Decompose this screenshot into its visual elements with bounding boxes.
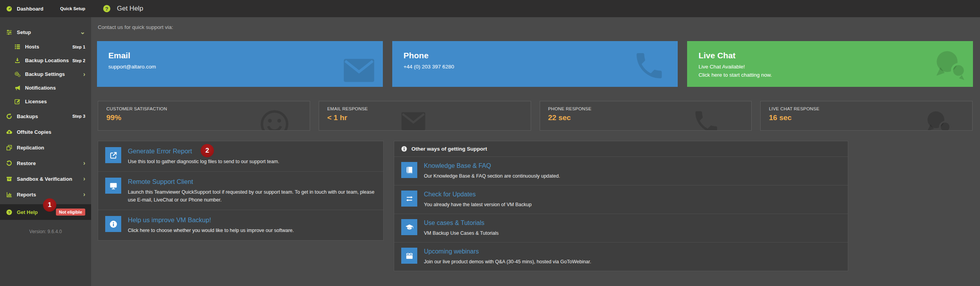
stat-value: < 1 hr (327, 113, 531, 122)
sidebar-item-label: Offsite Copies (17, 129, 51, 135)
sidebar-item-label: Replication (17, 145, 44, 151)
other-support-panel: Other ways of getting Support Knowledge … (394, 141, 848, 271)
stat-email-response: EMAIL RESPONSE < 1 hr (319, 101, 531, 131)
sidebar-item-backup-settings[interactable]: Backup Settings (0, 67, 91, 81)
setup-sliders-icon (6, 29, 13, 36)
info-circle-icon (401, 146, 407, 152)
undo-icon (6, 160, 13, 167)
remote-support-client-item[interactable]: Remote Support Client Launch this Teamvi… (98, 171, 383, 210)
phone-icon (632, 49, 666, 83)
tool-title[interactable]: Help us improve VM Backup! (128, 216, 294, 224)
intro-text: Contact us for quick support via: (98, 24, 173, 30)
sidebar-item-label: Backups (17, 113, 38, 119)
chevron-right-icon (83, 160, 85, 166)
page-header: Get Help (91, 0, 980, 17)
support-link-title[interactable]: Check for Updates (424, 191, 531, 198)
tool-description: Use this tool to gather diagnostic log f… (128, 158, 279, 165)
sidebar-item-label: Backup Locations (25, 58, 69, 63)
generate-error-report-item[interactable]: Generate Error Report Use this tool to g… (98, 141, 383, 171)
chevron-down-icon (80, 29, 85, 35)
step-label: Step 2 (72, 58, 85, 63)
bar-chart-icon (6, 191, 13, 198)
stat-label: EMAIL RESPONSE (327, 106, 531, 111)
support-link-description: Our Knowledge Base & FAQ section are con… (424, 172, 560, 180)
sidebar-item-label: Licenses (25, 99, 47, 104)
version-label: Version: 9.6.4.0 (0, 229, 91, 234)
calendar-icon (401, 248, 417, 264)
knowledge-base-item[interactable]: Knowledge Base & FAQ Our Knowledge Base … (394, 157, 848, 185)
sidebar-item-label: Backup Settings (25, 71, 65, 77)
archive-box-icon (6, 176, 13, 182)
sidebar-item-label: Notifications (25, 85, 56, 91)
copy-icon (6, 144, 13, 151)
annotation-marker-1: 1 (43, 198, 56, 212)
sidebar-item-sandbox-verification[interactable]: Sandbox & Verification (0, 171, 91, 187)
quick-setup-link[interactable]: Quick Setup (60, 6, 85, 11)
info-circle-icon (105, 216, 121, 232)
sidebar-item-offsite-copies[interactable]: Offsite Copies (0, 124, 91, 140)
sidebar-item-hosts[interactable]: Hosts Step 1 (0, 40, 91, 54)
step-label: Step 3 (72, 114, 85, 119)
sidebar-item-setup[interactable]: Setup (0, 24, 91, 40)
support-link-title[interactable]: Upcoming webinars (424, 248, 591, 255)
refresh-icon (6, 113, 13, 120)
support-tools-panel: Generate Error Report Use this tool to g… (98, 141, 384, 241)
envelope-icon (399, 110, 427, 131)
support-link-description: Join our live product demos with Q&A (30… (424, 258, 591, 266)
sidebar-item-dashboard[interactable]: Dashboard Quick Setup (0, 0, 91, 17)
chat-bubbles-icon (931, 47, 969, 83)
tool-title[interactable]: Remote Support Client (128, 178, 376, 185)
megaphone-icon (14, 85, 21, 91)
envelope-icon (341, 56, 377, 85)
exchange-arrows-icon (401, 191, 417, 207)
sidebar-spacer (0, 17, 91, 24)
sidebar-item-restore[interactable]: Restore (0, 155, 91, 171)
sidebar-item-licenses[interactable]: Licenses (0, 95, 91, 108)
annotation-marker-2: 2 (201, 144, 214, 157)
tool-description: Launch this Teamviewer QuickSupport tool… (128, 188, 376, 204)
sidebar-item-backups[interactable]: Backups Step 3 (0, 108, 91, 124)
support-link-description: VM Backup Use Cases & Tutorials (424, 229, 499, 237)
stat-live-chat-response: LIVE CHAT RESPONSE 16 sec (760, 101, 973, 131)
sidebar-item-backup-locations[interactable]: Backup Locations Step 2 (0, 54, 91, 67)
chevron-right-icon (83, 176, 85, 182)
chevron-right-icon (83, 71, 85, 77)
phone-contact-card[interactable]: Phone +44 (0) 203 397 6280 (392, 41, 678, 87)
page-title: Get Help (117, 5, 143, 13)
contact-cards-row: Email support@altaro.com Phone +44 (0) 2… (97, 41, 973, 87)
sidebar-item-notifications[interactable]: Notifications (0, 81, 91, 95)
external-link-icon (105, 147, 121, 163)
help-us-improve-item[interactable]: Help us improve VM Backup! Click here to… (98, 210, 383, 240)
use-cases-tutorials-item[interactable]: Use cases & Tutorials VM Backup Use Case… (394, 214, 848, 242)
sidebar: Dashboard Quick Setup Setup Hosts Step 1… (0, 0, 91, 286)
dashboard-gauge-icon (6, 5, 13, 12)
step-label: Step 1 (72, 45, 85, 49)
tool-description: Click here to choose whether you would l… (128, 227, 294, 234)
smiley-icon (258, 108, 291, 131)
section-title: Other ways of getting Support (411, 146, 487, 152)
support-link-title[interactable]: Use cases & Tutorials (424, 219, 499, 227)
check-for-updates-item[interactable]: Check for Updates You already have the l… (394, 185, 848, 214)
stat-label: PHONE RESPONSE (548, 106, 752, 111)
support-link-description: You already have the latest version of V… (424, 201, 531, 209)
cloud-upload-icon (6, 129, 13, 135)
sidebar-item-label: Reports (17, 192, 36, 198)
live-chat-contact-card[interactable]: Live Chat Live Chat Available! Click her… (687, 41, 973, 87)
gears-icon (14, 71, 21, 77)
stat-value: 22 sec (548, 113, 752, 122)
phone-icon (692, 108, 721, 131)
other-support-header: Other ways of getting Support (394, 141, 848, 157)
sidebar-item-label: Restore (17, 160, 36, 166)
email-contact-card[interactable]: Email support@altaro.com (97, 41, 383, 87)
stat-customer-satisfaction: CUSTOMER SATISFACTION 99% (98, 101, 310, 131)
question-circle-icon (6, 209, 13, 216)
sidebar-item-replication[interactable]: Replication (0, 140, 91, 155)
sidebar-item-label: Hosts (25, 44, 39, 50)
upcoming-webinars-item[interactable]: Upcoming webinars Join our live product … (394, 242, 848, 271)
question-circle-icon (102, 4, 111, 13)
support-link-title[interactable]: Knowledge Base & FAQ (424, 162, 560, 169)
not-eligible-badge: Not eligible (56, 209, 85, 216)
license-edit-icon (14, 98, 21, 105)
sidebar-item-label: Sandbox & Verification (17, 176, 72, 182)
sidebar-item-label: Dashboard (17, 6, 43, 12)
